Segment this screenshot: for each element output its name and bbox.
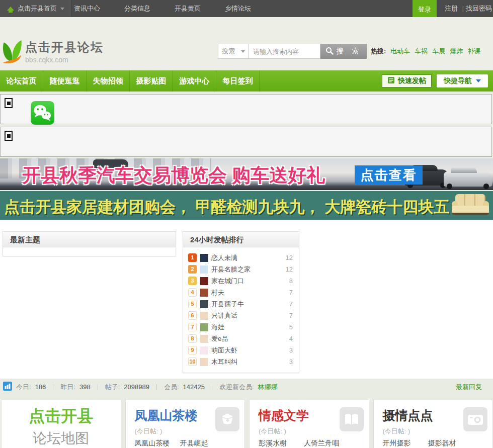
main-content: 最新主题 24小时发帖排行 1 恋人未满 12 2 开县名膜之家 12 xyxy=(0,220,493,379)
photography-link-2[interactable]: 摄影器材 xyxy=(428,439,456,448)
hot-search-label: 热搜: xyxy=(371,47,386,56)
topbar-item-hometown-forum[interactable]: 乡情论坛 xyxy=(213,0,263,17)
post-count: 7 xyxy=(289,300,293,308)
register-link[interactable]: 注册 xyxy=(445,0,458,17)
rank-badge: 2 xyxy=(188,265,197,274)
ranking-row: 10 木耳纠纠 3 xyxy=(188,356,293,368)
stats-chart-icon xyxy=(3,382,12,392)
forum-map-title[interactable]: 点击开县 xyxy=(2,405,121,427)
wechat-icon xyxy=(31,101,54,127)
quick-nav-button[interactable]: 快捷导航 xyxy=(437,74,488,87)
stat-yesterday-label: 昨日: xyxy=(60,383,75,392)
nav-lost-found[interactable]: 失物招领 xyxy=(87,70,130,92)
stat-members-label: 会员: xyxy=(164,383,179,392)
latest-topics-body xyxy=(3,247,176,256)
stat-today-value: 186 xyxy=(35,383,46,391)
teahouse-link-1[interactable]: 凤凰山茶楼 xyxy=(135,439,180,448)
stats-divider xyxy=(98,384,98,390)
quick-post-label: 快速发帖 xyxy=(398,76,426,85)
search-input[interactable] xyxy=(249,44,320,59)
ranking-username[interactable]: 只讲真话 xyxy=(211,311,237,320)
teahouse-link-2[interactable]: 开县崛起 xyxy=(180,439,208,448)
ranking-username[interactable]: 家在城门口 xyxy=(211,277,244,286)
latest-reply-link[interactable]: 最新回复 xyxy=(456,383,482,392)
ad-slot-1[interactable] xyxy=(0,94,492,124)
post-count: 8 xyxy=(289,277,293,285)
ranking-username[interactable]: 木耳纠纠 xyxy=(211,357,237,367)
hot-search: 热搜: 电动车 车祸 车展 爆炸 补课 xyxy=(371,47,480,56)
car-banner-cta-button[interactable]: 点击查看 xyxy=(355,165,423,185)
rank-badge: 9 xyxy=(188,346,197,354)
topbar-menu: 资讯中心 分类信息 开县黄页 乡情论坛 xyxy=(62,0,263,17)
new-member-link[interactable]: 林娜娜 xyxy=(258,383,278,392)
ranking-row: 1 恋人未满 12 xyxy=(188,252,293,263)
literature-link-1[interactable]: 彭溪水榭 xyxy=(259,439,304,448)
rank-badge: 10 xyxy=(188,357,197,366)
nav-game-center[interactable]: 游戏中心 xyxy=(173,70,216,92)
forgot-password-link[interactable]: 找回密码 xyxy=(466,0,492,17)
forum-section-cards: 点击开县 论坛地图 新开县 新生活 凤凰山茶楼 (今日帖: ) 凤凰山茶楼 开县… xyxy=(1,400,493,448)
ranking-username[interactable]: 村夫 xyxy=(211,288,224,297)
ranking-username[interactable]: 恋人未满 xyxy=(211,253,237,262)
chevron-down-icon xyxy=(241,50,245,53)
topbar-home-label: 点击开县首页 xyxy=(18,4,57,13)
nav-daily-checkin[interactable]: 每日签到 xyxy=(216,70,260,92)
hot-link-tutoring[interactable]: 补课 xyxy=(467,47,480,56)
forum-homepage: 点击开县首页 资讯中心 分类信息 开县黄页 乡情论坛 登录 注册 | 找回密码 … xyxy=(0,0,493,448)
hot-link-accident[interactable]: 车祸 xyxy=(415,47,428,56)
rank-badge: 5 xyxy=(188,300,197,308)
car-expo-banner[interactable]: 开县秋季汽车交易博览会 购车送好礼 点击查看 xyxy=(0,158,493,190)
car-banner-headline: 开县秋季汽车交易博览会 购车送好礼 xyxy=(22,163,325,188)
ranking-title: 24小时发帖排行 xyxy=(183,232,299,247)
top-bar: 点击开县首页 资讯中心 分类信息 开县黄页 乡情论坛 登录 注册 | 找回密码 xyxy=(0,0,493,17)
ranking-row: 6 只讲真话 7 xyxy=(188,310,293,321)
teahouse-card: 凤凰山茶楼 (今日帖: ) 凤凰山茶楼 开县崛起 xyxy=(125,400,245,448)
hot-link-autoshow[interactable]: 车展 xyxy=(432,47,445,56)
search-category-select[interactable]: 搜索 xyxy=(218,44,249,59)
user-avatar xyxy=(200,254,208,262)
auth-separator: | xyxy=(462,0,464,17)
ranking-username[interactable]: 爱e品 xyxy=(211,334,228,343)
leaf-logo-icon xyxy=(2,39,23,65)
post-count: 12 xyxy=(286,254,293,261)
ranking-username[interactable]: 开县名膜之家 xyxy=(211,265,251,274)
stats-divider xyxy=(156,384,157,390)
user-avatar xyxy=(200,335,208,343)
ranking-username[interactable]: 海娃 xyxy=(211,323,224,332)
nav-browse[interactable]: 随便逛逛 xyxy=(43,70,87,92)
stats-divider xyxy=(212,384,212,390)
ranking-username[interactable]: 萌面大虾 xyxy=(211,346,237,355)
ranking-row: 7 海娃 5 xyxy=(188,321,293,333)
furniture-banner[interactable]: 点击开县家居建材团购会， 甲醛检测九块九， 大牌瓷砖十四块五 xyxy=(0,191,493,220)
ranking-username[interactable]: 开县孺子牛 xyxy=(211,300,244,309)
photography-card: 摄情点点 (今日帖: ) 开州摄影 摄影器材 xyxy=(373,400,493,448)
nav-forum-home[interactable]: 论坛首页 xyxy=(0,70,43,92)
site-domain: bbs.cqkx.com xyxy=(25,56,104,64)
literature-link-2[interactable]: 人倚兰舟唱 xyxy=(304,439,339,448)
site-logo[interactable]: 点击开县论坛 bbs.cqkx.com xyxy=(2,39,104,65)
welcome-label: 欢迎新会员: xyxy=(219,383,254,392)
user-avatar xyxy=(200,346,208,354)
topbar-item-news[interactable]: 资讯中心 xyxy=(62,0,112,17)
hot-link-ebike[interactable]: 电动车 xyxy=(390,47,410,56)
teacup-icon xyxy=(215,407,239,431)
post-count: 7 xyxy=(289,289,293,296)
stat-today-label: 今日: xyxy=(16,383,31,392)
rank-badge: 6 xyxy=(188,311,197,320)
search-button[interactable]: 搜 索 xyxy=(320,44,367,59)
topbar-item-yellowpages[interactable]: 开县黄页 xyxy=(162,0,213,17)
ranking-row: 3 家在城门口 8 xyxy=(188,275,293,287)
forum-stats-bar: 今日: 186 昨日: 398 帖子: 2098989 会员: 142425 欢… xyxy=(0,381,493,393)
topbar-item-classified[interactable]: 分类信息 xyxy=(112,0,162,17)
hot-link-explosion[interactable]: 爆炸 xyxy=(450,47,463,56)
ad-slot-2[interactable] xyxy=(0,127,492,157)
quick-post-button[interactable]: 快速发帖 xyxy=(382,74,432,87)
main-nav: 论坛首页 随便逛逛 失物招领 摄影贴图 游戏中心 每日签到 快速发帖 快捷导航 xyxy=(0,70,493,92)
nav-photo[interactable]: 摄影贴图 xyxy=(130,70,173,92)
rank-badge: 8 xyxy=(188,334,197,343)
search-bar: 搜索 搜 索 xyxy=(218,44,367,59)
photography-link-1[interactable]: 开州摄影 xyxy=(383,439,428,448)
search-button-label: 搜 索 xyxy=(337,47,362,56)
topbar-home-menu[interactable]: 点击开县首页 xyxy=(0,0,72,17)
user-avatar xyxy=(200,312,208,320)
